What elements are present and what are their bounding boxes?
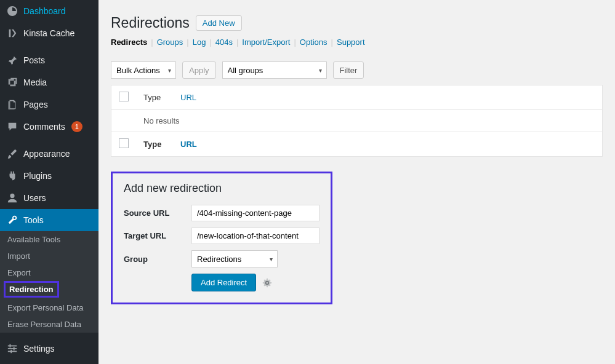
- sidebar-item-kinsta-cache[interactable]: Kinsta Cache: [0, 22, 98, 44]
- tab-support[interactable]: Support: [337, 38, 365, 47]
- select-all-checkbox-bottom[interactable]: [119, 138, 129, 148]
- select-all-checkbox[interactable]: [119, 92, 129, 101]
- tab-404s[interactable]: 404s: [215, 38, 233, 47]
- submenu-erase-personal-data[interactable]: Erase Personal Data: [0, 316, 98, 333]
- svg-rect-3: [8, 351, 17, 352]
- svg-rect-5: [14, 347, 15, 350]
- pin-icon: [6, 54, 18, 66]
- plug-icon: [6, 170, 18, 182]
- tab-redirects[interactable]: Redirects: [111, 38, 147, 47]
- apply-button[interactable]: Apply: [182, 61, 216, 79]
- sidebar-item-label: Users: [23, 193, 46, 203]
- add-redirection-heading: Add new redirection: [124, 182, 320, 195]
- submenu-export-personal-data[interactable]: Export Personal Data: [0, 299, 98, 316]
- col-url-header[interactable]: URL: [173, 85, 603, 110]
- sidebar-item-label: Dashboard: [23, 6, 66, 16]
- svg-rect-1: [8, 346, 17, 347]
- sidebar-item-pages[interactable]: Pages: [0, 93, 98, 116]
- admin-sidebar: Dashboard Kinsta Cache Posts Media Pages…: [0, 0, 98, 364]
- source-url-label: Source URL: [124, 208, 191, 218]
- gear-icon[interactable]: [262, 278, 272, 288]
- wrench-icon: [6, 214, 18, 226]
- sidebar-item-posts[interactable]: Posts: [0, 49, 98, 71]
- sidebar-item-label: Media: [23, 77, 47, 87]
- svg-rect-4: [10, 344, 11, 347]
- redirects-table: Type URL No results Type URL: [111, 85, 603, 157]
- pages-icon: [6, 98, 18, 111]
- col-type-header: Type: [136, 85, 173, 110]
- submenu-available-tools[interactable]: Available Tools: [0, 231, 98, 248]
- sidebar-item-label: Posts: [23, 55, 45, 65]
- tab-log[interactable]: Log: [193, 38, 206, 47]
- submenu-redirection[interactable]: Redirection: [4, 281, 59, 298]
- sidebar-item-label: Kinsta Cache: [23, 28, 74, 38]
- sidebar-item-tools[interactable]: Tools: [0, 209, 98, 231]
- sidebar-item-media[interactable]: Media: [0, 71, 98, 93]
- main-content: Redirections Add New Redirects| Groups| …: [98, 0, 615, 364]
- target-url-label: Target URL: [124, 231, 191, 240]
- brush-icon: [6, 148, 18, 160]
- tab-import-export[interactable]: Import/Export: [242, 38, 290, 47]
- sidebar-item-label: Tools: [23, 215, 44, 225]
- sidebar-item-label: Pages: [23, 100, 48, 109]
- svg-rect-6: [10, 350, 12, 353]
- sidebar-item-settings[interactable]: Settings: [0, 338, 98, 360]
- page-title: Redirections: [111, 15, 190, 31]
- col-url-footer[interactable]: URL: [173, 132, 603, 157]
- settings-icon: [6, 342, 18, 355]
- sidebar-item-dashboard[interactable]: Dashboard: [0, 0, 98, 22]
- tools-submenu: Available Tools Import Export Redirectio…: [0, 231, 98, 333]
- sidebar-item-label: Settings: [23, 344, 55, 354]
- sidebar-item-users[interactable]: Users: [0, 187, 98, 209]
- comments-badge: 1: [71, 121, 82, 132]
- sidebar-item-label: Appearance: [23, 149, 70, 159]
- col-type-footer: Type: [136, 132, 173, 157]
- add-new-button[interactable]: Add New: [196, 15, 242, 31]
- user-icon: [6, 192, 18, 204]
- media-icon: [6, 76, 18, 89]
- group-select[interactable]: Redirections: [191, 250, 278, 267]
- group-label: Group: [124, 255, 191, 264]
- submenu-export[interactable]: Export: [0, 264, 98, 281]
- add-redirect-button[interactable]: Add Redirect: [191, 274, 256, 291]
- tab-groups[interactable]: Groups: [157, 38, 183, 47]
- groups-filter-select[interactable]: All groups: [222, 61, 327, 79]
- comment-icon: [6, 121, 18, 133]
- sidebar-item-appearance[interactable]: Appearance: [0, 143, 98, 165]
- dashboard-icon: [6, 5, 18, 17]
- sidebar-item-label: Comments: [23, 122, 65, 132]
- target-url-input[interactable]: [191, 228, 320, 244]
- source-url-input[interactable]: [191, 205, 320, 221]
- submenu-import[interactable]: Import: [0, 248, 98, 264]
- svg-point-0: [10, 194, 14, 198]
- svg-rect-2: [8, 348, 17, 349]
- kinsta-icon: [6, 27, 18, 39]
- sub-tabs: Redirects| Groups| Log| 404s| Import/Exp…: [111, 38, 603, 47]
- filter-button[interactable]: Filter: [333, 61, 364, 79]
- sidebar-item-plugins[interactable]: Plugins: [0, 165, 98, 187]
- no-results-cell: No results: [136, 110, 603, 132]
- tab-options[interactable]: Options: [300, 38, 328, 47]
- add-redirection-box: Add new redirection Source URL Target UR…: [111, 172, 332, 304]
- bulk-actions-select[interactable]: Bulk Actions: [111, 61, 176, 79]
- sidebar-item-label: Plugins: [23, 171, 52, 181]
- sidebar-item-comments[interactable]: Comments 1: [0, 116, 98, 138]
